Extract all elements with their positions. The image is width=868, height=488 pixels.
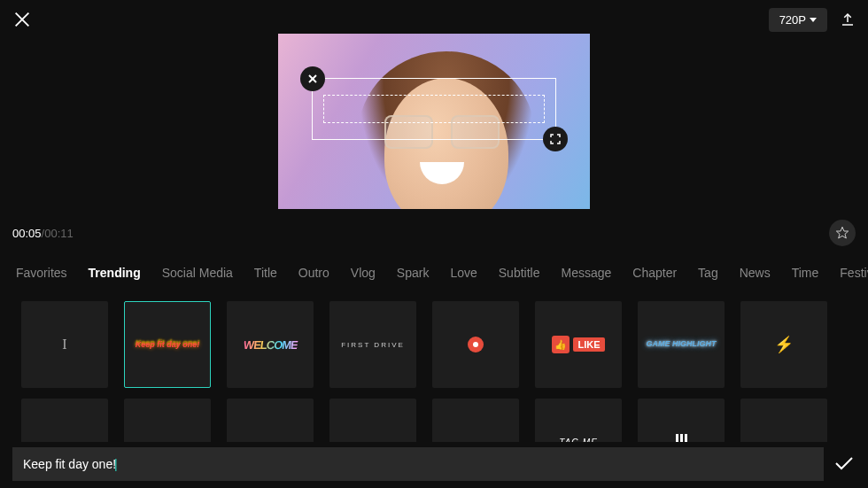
- resolution-label: 720P: [779, 13, 806, 27]
- input-confirm-button[interactable]: [834, 456, 854, 474]
- overlay-resize-handle[interactable]: [543, 127, 568, 151]
- video-preview[interactable]: [278, 34, 590, 209]
- tab-news[interactable]: News: [740, 266, 771, 280]
- template-card-tag-me[interactable]: TAG ME: [535, 399, 622, 442]
- template-card-first-drive[interactable]: FIRST DRIVE: [329, 301, 416, 388]
- lightning-icon: ⚡: [774, 335, 794, 354]
- template-card[interactable]: [432, 399, 519, 442]
- tab-tag[interactable]: Tag: [698, 266, 718, 280]
- svg-marker-6: [836, 227, 848, 238]
- close-icon[interactable]: [12, 10, 32, 29]
- template-card[interactable]: [21, 399, 108, 442]
- template-grid: I Keep fit day one! WELCOME FIRST DRIVE …: [0, 298, 868, 442]
- text-input-value: Keep fit day one!: [23, 457, 116, 471]
- template-card[interactable]: [227, 399, 314, 442]
- chevron-down-icon: [810, 18, 817, 22]
- template-card-welcome[interactable]: WELCOME: [227, 301, 314, 388]
- tab-favorites[interactable]: Favorites: [16, 266, 67, 280]
- template-card-like[interactable]: 👍 LIKE: [535, 301, 622, 388]
- star-icon: [835, 226, 849, 240]
- template-card-bolt[interactable]: ⚡: [740, 301, 827, 388]
- resolution-button[interactable]: 720P: [769, 8, 827, 32]
- tab-chapter[interactable]: Chapter: [632, 266, 677, 280]
- template-card-plain[interactable]: I: [21, 301, 108, 388]
- total-time: 00:11: [44, 227, 74, 240]
- check-icon: [834, 456, 854, 470]
- current-time: 00:05: [12, 227, 42, 240]
- tab-social-media[interactable]: Social Media: [162, 266, 233, 280]
- template-card-stripes[interactable]: [638, 399, 725, 442]
- tab-outro[interactable]: Outro: [298, 266, 329, 280]
- tab-spark[interactable]: Spark: [397, 266, 430, 280]
- template-card-keep-fit[interactable]: Keep fit day one!: [124, 301, 211, 388]
- text-input-bar[interactable]: Keep fit day one!|: [12, 447, 824, 481]
- tab-subtitle[interactable]: Subtitle: [499, 266, 540, 280]
- tab-vlog[interactable]: Vlog: [351, 266, 376, 280]
- stripes-icon: [676, 434, 687, 442]
- thumbs-up-icon: 👍: [552, 336, 570, 353]
- tab-message[interactable]: Message: [561, 266, 611, 280]
- text-overlay-frame[interactable]: [312, 78, 556, 140]
- record-dot-icon: [468, 337, 484, 352]
- category-tabs: Favorites Trending Social Media Title Ou…: [0, 255, 868, 290]
- template-card[interactable]: [124, 399, 211, 442]
- tab-time[interactable]: Time: [792, 266, 819, 280]
- favorite-button[interactable]: [829, 220, 856, 246]
- tab-festival[interactable]: Festival: [840, 266, 868, 280]
- template-card-record[interactable]: [432, 301, 519, 388]
- tab-title[interactable]: Title: [254, 266, 277, 280]
- template-card-game-highlight[interactable]: GAME HIGHLIGHT: [638, 301, 725, 388]
- tab-trending[interactable]: Trending: [89, 266, 141, 280]
- template-card[interactable]: [329, 399, 416, 442]
- time-display: 00:05 / 00:11: [12, 220, 856, 246]
- tab-love[interactable]: Love: [450, 266, 477, 280]
- template-card[interactable]: [740, 399, 827, 442]
- export-icon[interactable]: [840, 12, 856, 27]
- preview-area: [0, 34, 868, 211]
- overlay-close-button[interactable]: [300, 66, 325, 91]
